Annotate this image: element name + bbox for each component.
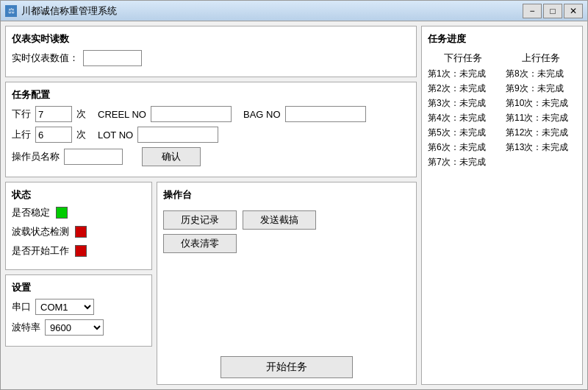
bag-label: BAG NO: [243, 109, 281, 120]
down-label: 下行: [12, 107, 31, 121]
port-select[interactable]: COM1 COM2 COM3 COM4: [35, 299, 94, 315]
settings-title: 设置: [12, 281, 146, 294]
baud-select[interactable]: 9600 19200 38400 115200: [45, 319, 104, 336]
status-title: 状态: [12, 188, 146, 202]
progress-panel: 任务进度 下行任务 第1次：未完成 第2次：未完成 第3次：未完成 第4次：未完…: [421, 26, 583, 385]
down-item-5: 第6次：未完成: [428, 141, 498, 154]
task-title: 任务配置: [12, 88, 410, 102]
down-item-0: 第1次：未完成: [428, 68, 498, 80]
down-unit: 次: [76, 107, 86, 121]
status-row-2: 是否开始工作: [12, 244, 146, 258]
main-window: ⚖ 川都诚信称重管理系统 − □ ✕ 仪表实时读数 实时仪表数值： 任务配置: [0, 0, 588, 390]
meter-title: 仪表实时读数: [12, 32, 410, 46]
down-value-input[interactable]: [35, 106, 72, 122]
main-content: 仪表实时读数 实时仪表数值： 任务配置 下行 次 CREEL NO BAG NO: [1, 21, 587, 389]
down-progress-col: 下行任务 第1次：未完成 第2次：未完成 第3次：未完成 第4次：未完成 第5次…: [428, 52, 498, 171]
progress-cols: 下行任务 第1次：未完成 第2次：未完成 第3次：未完成 第4次：未完成 第5次…: [428, 52, 576, 171]
left-bottom: 状态 是否稳定 波载状态检测 是否开始工作: [5, 182, 417, 385]
down-item-6: 第7次：未完成: [428, 156, 498, 169]
start-button[interactable]: 开始任务: [220, 356, 353, 378]
up-item-3: 第11次：未完成: [506, 112, 576, 124]
app-icon: ⚖: [5, 5, 17, 17]
status-settings-col: 状态 是否稳定 波载状态检测 是否开始工作: [5, 182, 152, 385]
settings-section: 设置 串口 COM1 COM2 COM3 COM4 波特率: [5, 274, 152, 347]
creel-label: CREEL NO: [98, 109, 146, 120]
operations-title: 操作台: [163, 188, 410, 202]
down-item-2: 第3次：未完成: [428, 97, 498, 110]
creel-input[interactable]: [151, 106, 232, 122]
status-row-1: 波载状态检测: [12, 225, 146, 238]
down-item-4: 第5次：未完成: [428, 127, 498, 139]
start-btn-row: 开始任务: [163, 356, 410, 378]
confirm-button[interactable]: 确认: [142, 147, 201, 166]
task-up-row: 上行 次 LOT NO: [12, 127, 410, 143]
up-item-4: 第12次：未完成: [506, 127, 576, 139]
maximize-button[interactable]: □: [543, 4, 562, 18]
up-item-0: 第8次：未完成: [506, 68, 576, 80]
status-label-1: 波载状态检测: [12, 225, 69, 238]
down-item-3: 第4次：未完成: [428, 112, 498, 124]
window-title: 川都诚信称重管理系统: [21, 4, 523, 18]
up-value-input[interactable]: [35, 127, 72, 143]
baud-label: 波特率: [12, 321, 40, 334]
up-item-2: 第10次：未完成: [506, 97, 576, 110]
port-row: 串口 COM1 COM2 COM3 COM4: [12, 299, 146, 315]
status-section: 状态 是否稳定 波载状态检测 是否开始工作: [5, 182, 152, 270]
up-item-5: 第13次：未完成: [506, 141, 576, 154]
status-indicator-1: [75, 226, 87, 238]
down-item-1: 第2次：未完成: [428, 82, 498, 95]
lot-label: LOT NO: [98, 130, 133, 141]
operations-section: 操作台 历史记录 发送截搞 仪表清零 开始任务: [157, 182, 417, 385]
operator-row: 操作员名称 确认: [12, 147, 410, 166]
meter-label: 实时仪表数值：: [12, 52, 79, 65]
left-panel: 仪表实时读数 实时仪表数值： 任务配置 下行 次 CREEL NO BAG NO: [5, 26, 417, 385]
minimize-button[interactable]: −: [523, 4, 542, 18]
bag-input[interactable]: [285, 106, 366, 122]
task-section: 任务配置 下行 次 CREEL NO BAG NO 上行 次 LOT NO: [5, 82, 417, 177]
close-button[interactable]: ✕: [564, 4, 583, 18]
history-button[interactable]: 历史记录: [163, 210, 237, 230]
up-progress-header: 上行任务: [506, 52, 576, 65]
send-button[interactable]: 发送截搞: [243, 210, 316, 230]
baud-row: 波特率 9600 19200 38400 115200: [12, 319, 146, 336]
down-progress-header: 下行任务: [428, 52, 498, 65]
meter-section: 仪表实时读数 实时仪表数值：: [5, 26, 417, 77]
lot-input[interactable]: [137, 127, 218, 143]
operator-input[interactable]: [64, 149, 123, 165]
reset-button[interactable]: 仪表清零: [163, 234, 237, 253]
op-btn-row-1: 历史记录 发送截搞: [163, 210, 410, 230]
meter-row: 实时仪表数值：: [12, 50, 410, 66]
progress-title: 任务进度: [428, 32, 576, 46]
port-label: 串口: [12, 300, 31, 313]
status-indicator-2: [75, 245, 87, 257]
status-indicator-0: [56, 207, 68, 219]
up-progress-col: 上行任务 第8次：未完成 第9次：未完成 第10次：未完成 第11次：未完成 第…: [506, 52, 576, 171]
operator-label: 操作员名称: [12, 150, 60, 163]
meter-value-input[interactable]: [83, 50, 142, 66]
up-item-1: 第9次：未完成: [506, 82, 576, 95]
status-label-2: 是否开始工作: [12, 244, 69, 258]
task-down-row: 下行 次 CREEL NO BAG NO: [12, 106, 410, 122]
status-row-0: 是否稳定: [12, 206, 146, 219]
window-controls: − □ ✕: [523, 4, 583, 18]
op-btn-row-2: 仪表清零: [163, 234, 410, 253]
up-label: 上行: [12, 128, 31, 141]
title-bar: ⚖ 川都诚信称重管理系统 − □ ✕: [1, 1, 587, 21]
status-label-0: 是否稳定: [12, 206, 50, 219]
up-unit: 次: [76, 128, 86, 141]
